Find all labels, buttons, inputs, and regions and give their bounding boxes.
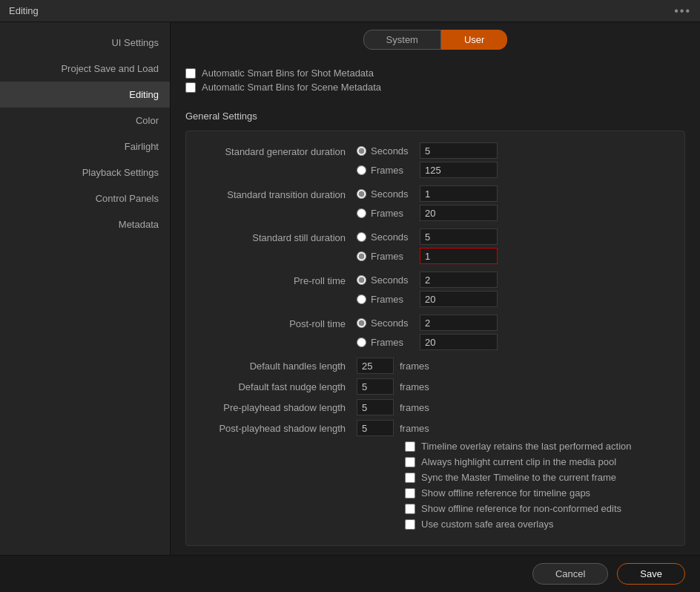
show-offline-gaps-row: Show offline reference for timeline gaps xyxy=(201,487,670,499)
sidebar: UI Settings Project Save and Load Editin… xyxy=(0,22,171,555)
standard-still-duration-label: Standard still duration xyxy=(201,228,357,246)
standard-transition-duration-label: Standard transition duration xyxy=(201,185,357,203)
pre-roll-frames-input[interactable] xyxy=(420,291,498,307)
default-fast-nudge-row: Default fast nudge length frames xyxy=(201,378,670,395)
pre-roll-seconds-radio[interactable] xyxy=(357,275,366,285)
standard-generator-duration-row: Standard generator duration Seconds Fram… xyxy=(201,142,670,178)
std-trans-seconds-input[interactable] xyxy=(420,185,498,202)
main-layout: UI Settings Project Save and Load Editin… xyxy=(0,22,700,555)
smart-bins-scene-label: Automatic Smart Bins for Scene Metadata xyxy=(202,82,381,93)
pre-roll-seconds-label: Seconds xyxy=(371,274,415,286)
sidebar-item-color[interactable]: Color xyxy=(0,108,170,134)
std-gen-frames-radio[interactable] xyxy=(357,165,366,175)
smart-bins-shot-label: Automatic Smart Bins for Shot Metadata xyxy=(202,68,374,79)
highlight-clip-label: Always highlight current clip in the med… xyxy=(421,456,616,467)
pre-roll-frames-option: Frames xyxy=(357,291,498,307)
show-offline-nonconformed-checkbox[interactable] xyxy=(405,504,415,514)
post-roll-seconds-radio[interactable] xyxy=(357,318,366,328)
pre-roll-frames-radio[interactable] xyxy=(357,295,366,304)
std-still-seconds-label: Seconds xyxy=(371,231,415,243)
pre-playhead-shadow-row: Pre-playhead shadow length frames xyxy=(201,399,670,415)
std-still-seconds-input[interactable] xyxy=(420,228,498,245)
std-gen-frames-input[interactable] xyxy=(420,162,498,178)
standard-generator-duration-radios: Seconds Frames xyxy=(357,142,498,178)
content-area: System User Automatic Smart Bins for Sho… xyxy=(171,22,700,555)
post-playhead-shadow-label: Post-playhead shadow length xyxy=(201,423,357,434)
sync-master-label: Sync the Master Timeline to the current … xyxy=(421,472,616,483)
show-offline-gaps-checkbox[interactable] xyxy=(405,488,415,499)
pre-playhead-shadow-label: Pre-playhead shadow length xyxy=(201,402,357,413)
sidebar-item-ui-settings[interactable]: UI Settings xyxy=(0,30,170,56)
post-roll-time-row: Post-roll time Seconds Frames xyxy=(201,315,670,350)
std-gen-seconds-input[interactable] xyxy=(420,142,498,159)
pre-roll-seconds-option: Seconds xyxy=(357,272,498,288)
post-playhead-shadow-unit: frames xyxy=(400,423,429,434)
timeline-overlay-checkbox[interactable] xyxy=(405,441,415,452)
standard-generator-duration-label: Standard generator duration xyxy=(201,142,357,160)
sidebar-item-playback-settings[interactable]: Playback Settings xyxy=(0,159,170,185)
default-fast-nudge-input[interactable] xyxy=(357,378,394,395)
show-offline-gaps-label: Show offline reference for timeline gaps xyxy=(421,487,590,499)
std-still-frames-label: Frames xyxy=(371,251,415,262)
smart-bins-scene-row: Automatic Smart Bins for Scene Metadata xyxy=(185,82,685,93)
show-offline-nonconformed-row: Show offline reference for non-conformed… xyxy=(201,503,670,514)
smart-bins-area: Automatic Smart Bins for Shot Metadata A… xyxy=(171,57,700,103)
window-title: Editing xyxy=(9,5,39,16)
post-playhead-shadow-row: Post-playhead shadow length frames xyxy=(201,420,670,436)
smart-bins-scene-checkbox[interactable] xyxy=(185,82,196,93)
post-roll-frames-input[interactable] xyxy=(420,334,498,350)
sync-master-row: Sync the Master Timeline to the current … xyxy=(201,472,670,483)
std-gen-frames-label: Frames xyxy=(371,165,415,176)
default-handles-unit: frames xyxy=(400,361,429,372)
std-trans-frames-radio[interactable] xyxy=(357,208,366,218)
default-fast-nudge-label: Default fast nudge length xyxy=(201,381,357,392)
post-roll-seconds-option: Seconds xyxy=(357,315,498,331)
sidebar-item-fairlight[interactable]: Fairlight xyxy=(0,134,170,159)
highlight-clip-row: Always highlight current clip in the med… xyxy=(201,456,670,467)
std-still-seconds-radio[interactable] xyxy=(357,232,366,242)
highlight-clip-checkbox[interactable] xyxy=(405,457,415,467)
post-roll-time-label: Post-roll time xyxy=(201,315,357,332)
default-handles-input[interactable] xyxy=(357,358,394,374)
section-title: General Settings xyxy=(185,111,685,122)
std-still-frames-input[interactable] xyxy=(420,248,498,264)
post-roll-frames-label: Frames xyxy=(371,337,415,348)
more-options-icon[interactable]: ••• xyxy=(674,4,691,18)
default-handles-row: Default handles length frames xyxy=(201,358,670,374)
save-button[interactable]: Save xyxy=(617,563,685,585)
std-gen-seconds-radio[interactable] xyxy=(357,146,366,156)
show-offline-nonconformed-label: Show offline reference for non-conformed… xyxy=(421,503,621,514)
custom-safe-area-label: Use custom safe area overlays xyxy=(421,519,553,530)
sidebar-item-metadata[interactable]: Metadata xyxy=(0,211,170,237)
custom-safe-area-checkbox[interactable] xyxy=(405,519,415,530)
sync-master-checkbox[interactable] xyxy=(405,473,415,483)
pre-roll-seconds-input[interactable] xyxy=(420,272,498,288)
std-trans-frames-input[interactable] xyxy=(420,205,498,221)
pre-roll-time-radios: Seconds Frames xyxy=(357,272,498,307)
custom-safe-area-row: Use custom safe area overlays xyxy=(201,519,670,530)
pre-playhead-shadow-input[interactable] xyxy=(357,399,394,415)
tab-user[interactable]: User xyxy=(441,30,507,50)
tab-system[interactable]: System xyxy=(363,30,441,50)
timeline-overlay-label: Timeline overlay retains the last perfor… xyxy=(421,441,631,452)
pre-playhead-shadow-unit: frames xyxy=(400,402,429,413)
post-roll-frames-radio[interactable] xyxy=(357,338,366,347)
post-playhead-shadow-input[interactable] xyxy=(357,420,394,436)
general-settings-panel: General Settings Standard generator dura… xyxy=(171,103,700,555)
standard-still-duration-row: Standard still duration Seconds Frames xyxy=(201,228,670,264)
post-roll-frames-option: Frames xyxy=(357,334,498,350)
bottom-bar: Cancel Save xyxy=(0,555,700,592)
post-roll-seconds-input[interactable] xyxy=(420,315,498,331)
std-still-frames-option: Frames xyxy=(357,248,498,264)
default-fast-nudge-unit: frames xyxy=(400,381,429,392)
sidebar-item-project-save-load[interactable]: Project Save and Load xyxy=(0,56,170,82)
std-trans-seconds-radio[interactable] xyxy=(357,189,366,199)
title-bar: Editing ••• xyxy=(0,0,700,22)
sidebar-item-control-panels[interactable]: Control Panels xyxy=(0,185,170,211)
sidebar-item-editing[interactable]: Editing xyxy=(0,82,170,108)
std-trans-seconds-option: Seconds xyxy=(357,185,498,202)
smart-bins-shot-checkbox[interactable] xyxy=(185,68,196,79)
cancel-button[interactable]: Cancel xyxy=(532,563,608,585)
smart-bins-shot-row: Automatic Smart Bins for Shot Metadata xyxy=(185,68,685,79)
std-still-frames-radio[interactable] xyxy=(357,251,366,261)
